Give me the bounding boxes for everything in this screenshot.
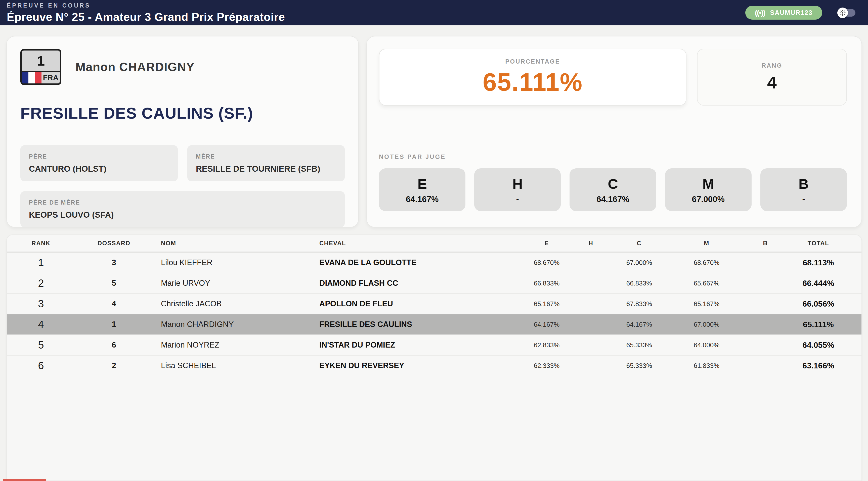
dossard-cell: 1 [75, 320, 153, 329]
judge-c-score-cell: 67.000% [611, 259, 668, 267]
judge-c-score-cell: 67.833% [611, 300, 668, 308]
pedigree-label: PÈRE DE MÈRE [29, 199, 336, 206]
column-header-dossard: DOSSARD [75, 240, 153, 247]
dossard-cell: 3 [75, 258, 153, 267]
rank-cell: 2 [7, 277, 75, 289]
table-row: 5 6 Marion NOYREZ IN'STAR DU POMIEZ 62.8… [7, 335, 862, 356]
judge-e-score-cell: 68.670% [522, 259, 571, 267]
horse-name: FRESILLE DES CAULINS (SF.) [20, 104, 345, 122]
judge-m-score-cell: 61.833% [668, 362, 746, 370]
horse-name-cell: DIAMOND FLASH CC [316, 279, 522, 288]
pedigree-value: RESILLE DE TOURNIERE (SFB) [196, 164, 336, 174]
judge-letter: H [513, 176, 523, 192]
judges-row: E 64.167% H - C 64.167% M 67.000% [379, 168, 847, 211]
pedigree-dam: MÈRE RESILLE DE TOURNIERE (SFB) [187, 145, 345, 181]
competitor-identity: 1 FRA Manon CHARDIGNY [20, 49, 345, 85]
competitor-country: FRA [41, 72, 60, 84]
judge-m-score-cell: 68.670% [668, 259, 746, 267]
judges-section-label: NOTES PAR JUGE [379, 153, 847, 160]
france-flag-icon [22, 72, 41, 84]
main-content: 1 FRA Manon CHARDIGNY FRESILLE DES CAULI… [0, 25, 868, 481]
rank-cell: 3 [7, 298, 75, 310]
live-channel-badge[interactable]: ((•)) SAUMUR123 [745, 6, 822, 20]
pedigree-label: PÈRE [29, 153, 169, 160]
horse-name-cell: IN'STAR DU POMIEZ [316, 341, 522, 350]
rank-box: RANG 4 [697, 49, 847, 105]
judge-c-score-cell: 66.833% [611, 280, 668, 287]
total-cell: 66.056% [785, 299, 862, 309]
table-header: RANK DOSSARD NOM CHEVAL E H C M B TOTAL [7, 235, 862, 253]
judge-e-score-cell: 62.833% [522, 341, 571, 349]
pedigree-sire: PÈRE CANTURO (HOLST) [20, 145, 178, 181]
dossard-cell: 6 [75, 341, 153, 350]
judge-e-score-cell: 66.833% [522, 280, 571, 287]
broadcast-icon: ((•)) [755, 8, 765, 17]
total-cell: 64.055% [785, 341, 862, 350]
percentage-box: POURCENTAGE 65.111% [379, 49, 686, 105]
rank-cell: 5 [7, 339, 75, 351]
table-row: 2 5 Marie URVOY DIAMOND FLASH CC 66.833%… [7, 273, 862, 294]
judge-e-score-cell: 64.167% [522, 321, 571, 328]
total-cell: 66.444% [785, 279, 862, 288]
rider-name-cell: Marion NOYREZ [153, 341, 316, 350]
horse-name-cell: EYKEN DU REVERSEY [316, 361, 522, 370]
column-header-judge-e: E [522, 240, 571, 247]
horse-name-cell: FRESILLE DES CAULINS [316, 320, 522, 329]
total-cell: 65.111% [785, 320, 862, 329]
judge-score: 67.000% [692, 194, 725, 204]
column-header-judge-b: B [746, 240, 785, 247]
judge-m-score-cell: 64.000% [668, 341, 746, 349]
dossard-cell: 4 [75, 299, 153, 308]
judge-score: - [802, 194, 805, 204]
top-cards-row: 1 FRA Manon CHARDIGNY FRESILLE DES CAULI… [6, 36, 862, 227]
rank-cell: 4 [7, 318, 75, 330]
judge-letter: E [417, 176, 427, 192]
judge-m-score-cell: 67.000% [668, 321, 746, 328]
theme-toggle[interactable] [837, 7, 856, 18]
event-status-label: ÉPREUVE EN COURS [7, 2, 285, 9]
dossard-cell: 5 [75, 279, 153, 288]
judge-score: 64.167% [406, 194, 438, 204]
competitor-card: 1 FRA Manon CHARDIGNY FRESILLE DES CAULI… [6, 36, 359, 227]
judge-c-score-cell: 65.333% [611, 362, 668, 370]
judge-letter: M [702, 176, 714, 192]
judge-card-e: E 64.167% [379, 168, 465, 211]
judge-letter: B [799, 176, 809, 192]
plate-nationality: FRA [22, 72, 60, 84]
competitor-number-plate: 1 FRA [20, 49, 61, 85]
scoreboard-app: ÉPREUVE EN COURS Épreuve N° 25 - Amateur… [0, 0, 868, 481]
top-bar-controls: ((•)) SAUMUR123 [745, 6, 856, 20]
pedigree-section: PÈRE CANTURO (HOLST) MÈRE RESILLE DE TOU… [20, 145, 345, 227]
sun-icon [837, 7, 848, 18]
horse-name-cell: EVANA DE LA GOULOTTE [316, 258, 522, 267]
bottom-progress-bar [3, 479, 46, 481]
table-row: 6 2 Lisa SCHEIBEL EYKEN DU REVERSEY 62.3… [7, 356, 862, 376]
live-channel-label: SAUMUR123 [770, 9, 813, 16]
rider-name-cell: Manon CHARDIGNY [153, 320, 316, 329]
pedigree-value: CANTURO (HOLST) [29, 164, 169, 174]
results-table-body: 1 3 Lilou KIEFFER EVANA DE LA GOULOTTE 6… [7, 253, 862, 376]
pedigree-label: MÈRE [196, 153, 336, 160]
judge-letter: C [608, 176, 618, 192]
rank-cell: 6 [7, 360, 75, 372]
judge-m-score-cell: 65.667% [668, 280, 746, 287]
column-header-rank: RANK [7, 240, 75, 247]
score-card: POURCENTAGE 65.111% RANG 4 NOTES PAR JUG… [366, 36, 862, 227]
horse-name-cell: APOLLON DE FLEU [316, 299, 522, 308]
judge-m-score-cell: 65.167% [668, 300, 746, 308]
competitor-number: 1 [22, 51, 60, 72]
judge-card-h: H - [474, 168, 561, 211]
rank-label: RANG [762, 62, 782, 69]
judge-score: - [516, 194, 519, 204]
table-row: 3 4 Christelle JACOB APOLLON DE FLEU 65.… [7, 294, 862, 314]
judge-score: 64.167% [596, 194, 629, 204]
rider-name-cell: Christelle JACOB [153, 299, 316, 308]
rider-name: Manon CHARDIGNY [75, 60, 195, 74]
column-header-judge-h: H [571, 240, 611, 247]
dossard-cell: 2 [75, 361, 153, 370]
percentage-value: 65.111% [483, 68, 583, 96]
column-header-judge-m: M [668, 240, 746, 247]
rank-value: 4 [767, 73, 777, 92]
percentage-label: POURCENTAGE [505, 58, 560, 65]
table-row: 1 3 Lilou KIEFFER EVANA DE LA GOULOTTE 6… [7, 253, 862, 273]
